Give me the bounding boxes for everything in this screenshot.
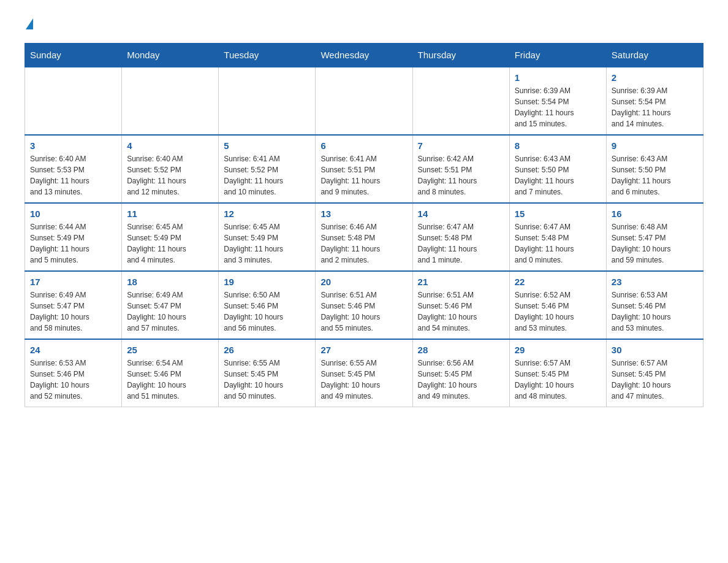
day-number: 27: [320, 345, 407, 355]
calendar-cell: 30Sunrise: 6:57 AMSunset: 5:45 PMDayligh…: [606, 339, 703, 407]
day-number: 9: [612, 140, 698, 151]
calendar-cell: 2Sunrise: 6:39 AMSunset: 5:54 PMDaylight…: [606, 67, 703, 135]
header-area: [25, 18, 703, 31]
day-number: 17: [30, 277, 116, 287]
day-number: 2: [612, 72, 698, 83]
day-info: Sunrise: 6:56 AMSunset: 5:45 PMDaylight:…: [418, 358, 504, 402]
day-number: 21: [418, 277, 504, 287]
calendar-cell: 13Sunrise: 6:46 AMSunset: 5:48 PMDayligh…: [316, 203, 412, 271]
calendar-cell: 1Sunrise: 6:39 AMSunset: 5:54 PMDaylight…: [509, 67, 606, 135]
day-info: Sunrise: 6:55 AMSunset: 5:45 PMDaylight:…: [320, 358, 407, 402]
day-number: 19: [224, 277, 310, 287]
calendar-cell: 16Sunrise: 6:48 AMSunset: 5:47 PMDayligh…: [606, 203, 703, 271]
day-number: 22: [515, 277, 601, 287]
day-number: 30: [612, 345, 698, 355]
day-number: 11: [127, 209, 213, 219]
day-number: 24: [30, 345, 116, 355]
day-number: 1: [515, 72, 601, 83]
day-info: Sunrise: 6:44 AMSunset: 5:49 PMDaylight:…: [30, 221, 116, 266]
day-info: Sunrise: 6:53 AMSunset: 5:46 PMDaylight:…: [612, 289, 698, 334]
day-number: 8: [515, 140, 601, 151]
calendar-cell: 27Sunrise: 6:55 AMSunset: 5:45 PMDayligh…: [316, 339, 412, 407]
week-row-5: 24Sunrise: 6:53 AMSunset: 5:46 PMDayligh…: [25, 339, 703, 407]
calendar-cell: 23Sunrise: 6:53 AMSunset: 5:46 PMDayligh…: [606, 271, 703, 339]
calendar-table: SundayMondayTuesdayWednesdayThursdayFrid…: [25, 43, 703, 407]
calendar-cell: 11Sunrise: 6:45 AMSunset: 5:49 PMDayligh…: [122, 203, 219, 271]
calendar-cell: 9Sunrise: 6:43 AMSunset: 5:50 PMDaylight…: [606, 135, 703, 203]
day-number: 26: [224, 345, 310, 355]
day-info: Sunrise: 6:49 AMSunset: 5:47 PMDaylight:…: [30, 289, 116, 334]
calendar-cell: [25, 67, 122, 135]
weekday-header-sunday: Sunday: [25, 44, 122, 67]
calendar-cell: [412, 67, 509, 135]
calendar-cell: 17Sunrise: 6:49 AMSunset: 5:47 PMDayligh…: [25, 271, 122, 339]
weekday-header-row: SundayMondayTuesdayWednesdayThursdayFrid…: [25, 44, 703, 67]
day-info: Sunrise: 6:51 AMSunset: 5:46 PMDaylight:…: [320, 289, 407, 334]
day-info: Sunrise: 6:49 AMSunset: 5:47 PMDaylight:…: [127, 289, 213, 334]
calendar-cell: 10Sunrise: 6:44 AMSunset: 5:49 PMDayligh…: [25, 203, 122, 271]
day-number: 7: [418, 140, 504, 151]
weekday-header-saturday: Saturday: [606, 44, 703, 67]
calendar-cell: 8Sunrise: 6:43 AMSunset: 5:50 PMDaylight…: [509, 135, 606, 203]
day-info: Sunrise: 6:45 AMSunset: 5:49 PMDaylight:…: [224, 221, 310, 266]
calendar-cell: 25Sunrise: 6:54 AMSunset: 5:46 PMDayligh…: [122, 339, 219, 407]
day-info: Sunrise: 6:45 AMSunset: 5:49 PMDaylight:…: [127, 221, 213, 266]
day-info: Sunrise: 6:57 AMSunset: 5:45 PMDaylight:…: [515, 358, 601, 402]
calendar-cell: 29Sunrise: 6:57 AMSunset: 5:45 PMDayligh…: [509, 339, 606, 407]
day-info: Sunrise: 6:51 AMSunset: 5:46 PMDaylight:…: [418, 289, 504, 334]
day-info: Sunrise: 6:40 AMSunset: 5:53 PMDaylight:…: [30, 153, 116, 197]
day-number: 3: [30, 140, 116, 151]
week-row-1: 1Sunrise: 6:39 AMSunset: 5:54 PMDaylight…: [25, 67, 703, 135]
calendar-cell: 26Sunrise: 6:55 AMSunset: 5:45 PMDayligh…: [219, 339, 316, 407]
day-number: 15: [515, 209, 601, 219]
weekday-header-monday: Monday: [122, 44, 219, 67]
calendar-cell: 15Sunrise: 6:47 AMSunset: 5:48 PMDayligh…: [509, 203, 606, 271]
day-info: Sunrise: 6:41 AMSunset: 5:51 PMDaylight:…: [320, 153, 407, 197]
calendar-cell: 22Sunrise: 6:52 AMSunset: 5:46 PMDayligh…: [509, 271, 606, 339]
calendar-cell: 28Sunrise: 6:56 AMSunset: 5:45 PMDayligh…: [412, 339, 509, 407]
day-number: 16: [612, 209, 698, 219]
calendar-cell: 7Sunrise: 6:42 AMSunset: 5:51 PMDaylight…: [412, 135, 509, 203]
calendar-cell: 18Sunrise: 6:49 AMSunset: 5:47 PMDayligh…: [122, 271, 219, 339]
day-number: 13: [320, 209, 407, 219]
day-number: 10: [30, 209, 116, 219]
day-number: 25: [127, 345, 213, 355]
weekday-header-tuesday: Tuesday: [219, 44, 316, 67]
calendar-cell: 5Sunrise: 6:41 AMSunset: 5:52 PMDaylight…: [219, 135, 316, 203]
day-info: Sunrise: 6:41 AMSunset: 5:52 PMDaylight:…: [224, 153, 310, 197]
day-number: 12: [224, 209, 310, 219]
day-info: Sunrise: 6:48 AMSunset: 5:47 PMDaylight:…: [612, 221, 698, 266]
day-info: Sunrise: 6:50 AMSunset: 5:46 PMDaylight:…: [224, 289, 310, 334]
day-number: 23: [612, 277, 698, 287]
day-info: Sunrise: 6:42 AMSunset: 5:51 PMDaylight:…: [418, 153, 504, 197]
day-info: Sunrise: 6:43 AMSunset: 5:50 PMDaylight:…: [612, 153, 698, 197]
calendar-cell: 21Sunrise: 6:51 AMSunset: 5:46 PMDayligh…: [412, 271, 509, 339]
day-info: Sunrise: 6:52 AMSunset: 5:46 PMDaylight:…: [515, 289, 601, 334]
calendar-cell: 20Sunrise: 6:51 AMSunset: 5:46 PMDayligh…: [316, 271, 412, 339]
day-number: 20: [320, 277, 407, 287]
calendar-cell: [219, 67, 316, 135]
day-number: 6: [320, 140, 407, 151]
calendar-cell: 12Sunrise: 6:45 AMSunset: 5:49 PMDayligh…: [219, 203, 316, 271]
calendar-cell: 19Sunrise: 6:50 AMSunset: 5:46 PMDayligh…: [219, 271, 316, 339]
day-number: 5: [224, 140, 310, 151]
day-info: Sunrise: 6:46 AMSunset: 5:48 PMDaylight:…: [320, 221, 407, 266]
day-number: 29: [515, 345, 601, 355]
logo-triangle-icon: [26, 18, 33, 29]
day-number: 28: [418, 345, 504, 355]
weekday-header-thursday: Thursday: [412, 44, 509, 67]
day-info: Sunrise: 6:39 AMSunset: 5:54 PMDaylight:…: [612, 85, 698, 129]
day-info: Sunrise: 6:57 AMSunset: 5:45 PMDaylight:…: [612, 358, 698, 402]
calendar-cell: 14Sunrise: 6:47 AMSunset: 5:48 PMDayligh…: [412, 203, 509, 271]
day-info: Sunrise: 6:54 AMSunset: 5:46 PMDaylight:…: [127, 358, 213, 402]
day-info: Sunrise: 6:43 AMSunset: 5:50 PMDaylight:…: [515, 153, 601, 197]
day-info: Sunrise: 6:39 AMSunset: 5:54 PMDaylight:…: [515, 85, 601, 129]
logo: [25, 18, 33, 31]
calendar-cell: 3Sunrise: 6:40 AMSunset: 5:53 PMDaylight…: [25, 135, 122, 203]
calendar-cell: [316, 67, 412, 135]
week-row-3: 10Sunrise: 6:44 AMSunset: 5:49 PMDayligh…: [25, 203, 703, 271]
week-row-4: 17Sunrise: 6:49 AMSunset: 5:47 PMDayligh…: [25, 271, 703, 339]
day-info: Sunrise: 6:40 AMSunset: 5:52 PMDaylight:…: [127, 153, 213, 197]
day-number: 4: [127, 140, 213, 151]
day-info: Sunrise: 6:53 AMSunset: 5:46 PMDaylight:…: [30, 358, 116, 402]
